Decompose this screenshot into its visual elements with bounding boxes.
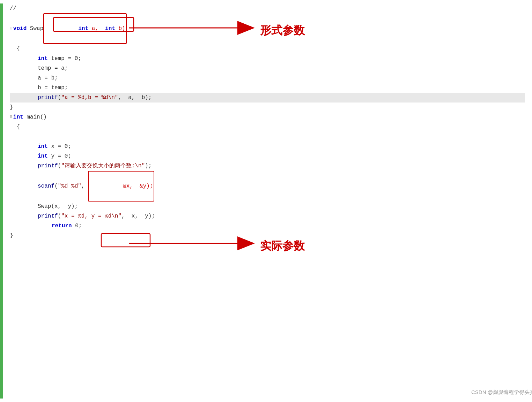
code-content: // ⊟ void Swap int a, int b) { int (3, 3, 532, 399)
code-line-0: // (10, 3, 525, 13)
temp-a-stmt: temp = a; (38, 63, 68, 73)
code-line-14: printf ( "请输入要交换大小的两个数:\n" ); (10, 161, 525, 171)
actual-params-text: &x, &y); (123, 183, 153, 189)
kw-int-y: int (38, 151, 48, 161)
scanf-comma: , (81, 181, 88, 191)
left-bar (0, 3, 3, 399)
code-line-4: temp = a; (10, 63, 525, 73)
code-line-19: } (10, 231, 525, 241)
plain-swap: Swap (27, 24, 43, 33)
return-stmt: 0; (72, 221, 82, 231)
printf-str3: "x = %d, y = %d\n" (61, 211, 121, 221)
main-fn: main() (23, 112, 47, 122)
kw-int-x: int (38, 142, 48, 151)
printf-str2: "请输入要交换大小的两个数:\n" (61, 161, 145, 171)
kw-int2: int (105, 25, 115, 32)
code-line-6: b = temp; (10, 83, 525, 93)
kw-int1: int (78, 25, 88, 32)
brace-open: { (10, 44, 20, 54)
x-stmt: x = 0; (48, 142, 71, 151)
code-line-2: { (10, 44, 525, 54)
y-stmt: y = 0; (48, 151, 71, 161)
printf-paren2: ( (58, 161, 61, 171)
kw-int-temp: int (38, 54, 48, 63)
printf-args3: , x, y); (121, 211, 155, 221)
code-line-12: int x = 0; (10, 142, 525, 151)
printf-paren: ( (58, 93, 61, 103)
kw-return: return (52, 221, 72, 231)
printf-fn2: printf (38, 161, 58, 171)
printf-close2: ); (145, 161, 152, 171)
kw-void: void (13, 24, 27, 33)
formal-params-box: int a, int b) (43, 13, 126, 44)
code-line-15: scanf ( "%d %d" , &x, &y); (10, 171, 525, 202)
code-line-3: int temp = 0; (10, 54, 525, 63)
formal-params-text: int a, int b) (78, 25, 125, 32)
code-line-10: { (10, 122, 525, 132)
code-line-13: int y = 0; (10, 151, 525, 161)
a-b-stmt: a = b; (38, 73, 58, 83)
collapse-icon: ⊟ (10, 24, 13, 33)
actual-params-box: &x, &y); (88, 171, 154, 202)
kw-int-main: int (13, 112, 23, 122)
code-text: // (10, 3, 20, 13)
b-temp-stmt: b = temp; (38, 83, 68, 93)
empty (10, 132, 13, 142)
main-container: // ⊟ void Swap int a, int b) { int (0, 0, 532, 402)
printf-fn: printf (38, 93, 58, 103)
temp-stmt: temp = 0; (48, 54, 81, 63)
collapse-icon2: ⊟ (10, 112, 13, 122)
brace-open2: { (10, 122, 20, 132)
scanf-paren: ( (54, 181, 58, 191)
brace-close1: } (10, 103, 13, 112)
code-line-9: ⊟ int main() (10, 112, 525, 122)
code-line-16: Swap(x, y); (10, 202, 525, 211)
code-line-11 (10, 132, 525, 142)
printf-args: , a, b); (118, 93, 152, 103)
code-area: // ⊟ void Swap int a, int b) { int (0, 0, 532, 402)
code-line-5: a = b; (10, 73, 525, 83)
brace-close2: } (10, 231, 13, 241)
swap-call: Swap(x, y); (38, 202, 78, 211)
code-line-18: return 0; (10, 221, 525, 231)
printf-fn3: printf (38, 211, 58, 221)
code-line-8: } (10, 103, 525, 112)
printf-str: "a = %d,b = %d\n" (61, 93, 118, 103)
code-line-17: printf ( "x = %d, y = %d\n" , x, y); (10, 211, 525, 221)
scanf-fn: scanf (38, 181, 54, 191)
scanf-str: "%d %d" (58, 181, 81, 191)
code-line-1: ⊟ void Swap int a, int b) (10, 13, 525, 44)
code-line-7: printf ( "a = %d,b = %d\n" , a, b); (10, 93, 525, 103)
printf-paren3: ( (58, 211, 61, 221)
